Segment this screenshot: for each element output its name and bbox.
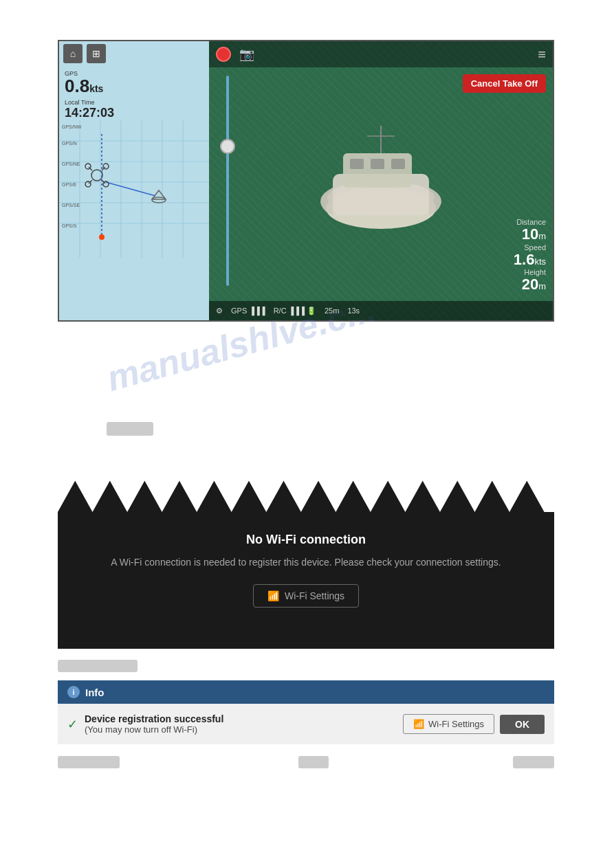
throttle-thumb[interactable]	[220, 139, 235, 154]
svg-point-29	[99, 234, 105, 240]
mountain-decoration	[58, 467, 554, 512]
cancel-takeoff-button[interactable]: Cancel Take Off	[463, 74, 546, 93]
wifi-settings-button[interactable]: 📶 Wi-Fi Settings	[253, 584, 359, 608]
wifi-section: No Wi-Fi connection A Wi-Fi connection i…	[58, 467, 554, 649]
gray-bar-placeholder-2	[58, 660, 138, 672]
rc-label: R/C	[274, 307, 287, 315]
speed-value: 0.8	[65, 76, 89, 96]
hud-time: 13s	[347, 307, 360, 315]
bottom-placeholder-3	[513, 756, 554, 768]
wifi-settings-label: Wi-Fi Settings	[285, 590, 344, 601]
info-header: i Info	[58, 680, 554, 704]
svg-text:GPS/E: GPS/E	[62, 182, 77, 187]
info-wifi-settings-button[interactable]: 📶 Wi-Fi Settings	[403, 714, 494, 734]
rc-bars: ▐▐▐	[289, 307, 305, 315]
bottom-placeholder-1	[58, 756, 120, 768]
info-wifi-label: Wi-Fi Settings	[428, 719, 484, 729]
svg-point-24	[103, 164, 109, 169]
distance-value: 10m	[514, 226, 546, 243]
height-value: 20m	[514, 276, 546, 293]
info-header-label: Info	[85, 687, 105, 698]
svg-line-17	[106, 182, 155, 196]
svg-rect-33	[343, 153, 412, 188]
wifi-description: A Wi-Fi connection is needed to register…	[72, 557, 540, 568]
wifi-title: No Wi-Fi connection	[72, 533, 540, 547]
map-panel: ⌂ ⊞ GPS 0.8kts Local Time 14:27:03	[59, 41, 209, 320]
time-value: 14:27:03	[59, 106, 209, 120]
info-wifi-icon: 📶	[413, 719, 424, 729]
svg-point-23	[85, 164, 91, 169]
menu-icon[interactable]: ≡	[538, 47, 546, 63]
wifi-dialog: No Wi-Fi connection A Wi-Fi connection i…	[58, 512, 554, 628]
svg-text:GPS/NE: GPS/NE	[62, 162, 80, 166]
speed-value: 1.6kts	[514, 252, 546, 268]
bottom-placeholder-2	[298, 756, 329, 768]
record-button[interactable]	[216, 47, 231, 62]
svg-rect-36	[391, 159, 405, 169]
svg-rect-34	[350, 159, 364, 169]
rc-battery: 🔋	[307, 307, 316, 315]
camera-panel: 📷 ≡ Cancel Take Off	[209, 41, 553, 320]
hud-bottom-bar: ⚙ GPS ▐▐▐ R/C ▐▐▐ 🔋 25m 13s	[209, 301, 553, 320]
bottom-bars-section	[58, 756, 554, 768]
info-text: Device registration successful (You may …	[85, 713, 396, 735]
map-header: ⌂ ⊞	[59, 41, 209, 66]
camera-toolbar: 📷 ≡	[209, 41, 553, 67]
gps-bars: ▐▐▐	[249, 307, 265, 315]
svg-text:GPS/S: GPS/S	[62, 223, 77, 228]
hud-gps: GPS ▐▐▐	[231, 307, 265, 315]
boat-svg	[305, 119, 457, 243]
speed-unit: kts	[89, 83, 103, 94]
svg-rect-35	[371, 159, 384, 169]
info-sub-text: (You may now turn off Wi-Fi)	[85, 724, 396, 735]
info-actions: 📶 Wi-Fi Settings OK	[403, 714, 545, 734]
layers-icon[interactable]: ⊞	[87, 44, 106, 63]
check-icon: ✓	[67, 717, 78, 732]
wifi-dialog-bottom	[58, 628, 554, 649]
map-svg: GPS/NW GPS/N GPS/NE GPS/E GPS/SE GPS/S	[59, 120, 209, 303]
hud-settings-icon: ⚙	[216, 307, 223, 315]
svg-text:GPS/N: GPS/N	[62, 141, 77, 146]
gray-bar-placeholder-1	[107, 422, 153, 436]
stats-overlay: Distance 10m Speed 1.6kts Height 20m	[514, 218, 546, 293]
info-section: i Info ✓ Device registration successful …	[58, 680, 554, 744]
svg-point-27	[152, 197, 166, 203]
camera-icon[interactable]: 📷	[239, 47, 254, 62]
map-content: GPS/NW GPS/N GPS/NE GPS/E GPS/SE GPS/S	[59, 120, 209, 303]
wifi-icon: 📶	[267, 590, 279, 601]
svg-point-18	[91, 170, 102, 181]
info-icon: i	[67, 686, 80, 698]
info-main-text: Device registration successful	[85, 713, 396, 724]
svg-text:GPS/SE: GPS/SE	[62, 203, 80, 208]
hud-rc: R/C ▐▐▐ 🔋	[274, 307, 316, 315]
speed-display: GPS 0.8kts	[59, 66, 209, 99]
drone-ui-panel: ⌂ ⊞ GPS 0.8kts Local Time 14:27:03	[58, 40, 554, 322]
info-ok-button[interactable]: OK	[500, 715, 545, 734]
info-body: ✓ Device registration successful (You ma…	[58, 704, 554, 744]
throttle-slider[interactable]	[223, 76, 232, 286]
throttle-track	[226, 76, 229, 286]
svg-text:GPS/NW: GPS/NW	[62, 124, 82, 129]
gps-label: GPS	[231, 307, 247, 315]
hud-distance: 25m	[325, 307, 339, 315]
home-icon[interactable]: ⌂	[63, 44, 83, 63]
time-label: Local Time	[59, 99, 209, 106]
